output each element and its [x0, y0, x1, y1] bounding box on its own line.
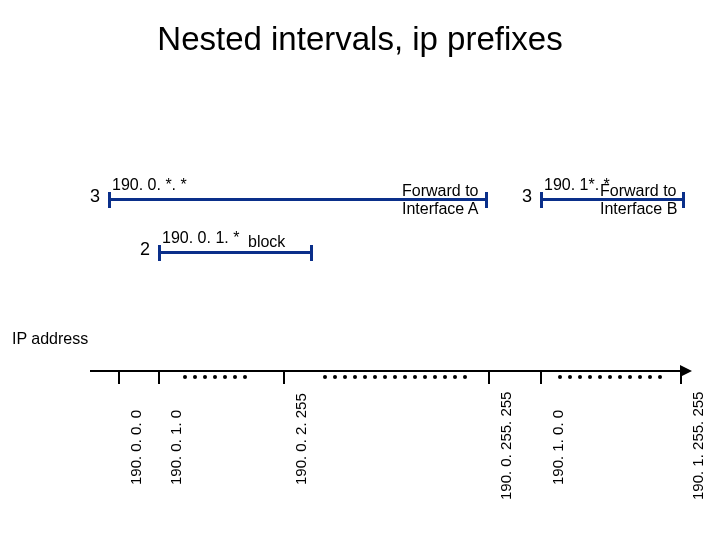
tick-label: 190. 0. 255. 255	[497, 392, 514, 500]
tick-label: 190. 1. 255. 255	[689, 392, 706, 500]
block-text: block	[248, 233, 285, 251]
interval-length-b: 2	[140, 239, 150, 260]
tick	[680, 370, 682, 384]
tick-label: 190. 0. 1. 0	[167, 410, 184, 485]
axis-dots	[180, 367, 250, 375]
axis-dots	[555, 367, 665, 375]
interval-label-a: 190. 0. *. *	[112, 176, 187, 194]
interval-length-c: 3	[522, 186, 532, 207]
interval-label-b: 190. 0. 1. *	[162, 229, 239, 247]
axis-dots	[320, 367, 470, 375]
interval-bar-b	[158, 251, 313, 254]
tick	[158, 370, 160, 384]
tick-label: 190. 1. 0. 0	[549, 410, 566, 485]
tick-label: 190. 0. 0. 0	[127, 410, 144, 485]
page-title: Nested intervals, ip prefixes	[0, 20, 720, 58]
tick	[283, 370, 285, 384]
forward-a-text: Forward to Interface A	[402, 182, 479, 218]
tick	[540, 370, 542, 384]
tick	[118, 370, 120, 384]
interval-length-a: 3	[90, 186, 100, 207]
tick	[488, 370, 490, 384]
tick-label: 190. 0. 2. 255	[292, 393, 309, 485]
axis-label: IP address	[12, 330, 88, 348]
forward-b-text: Forward to Interface B	[600, 182, 677, 218]
